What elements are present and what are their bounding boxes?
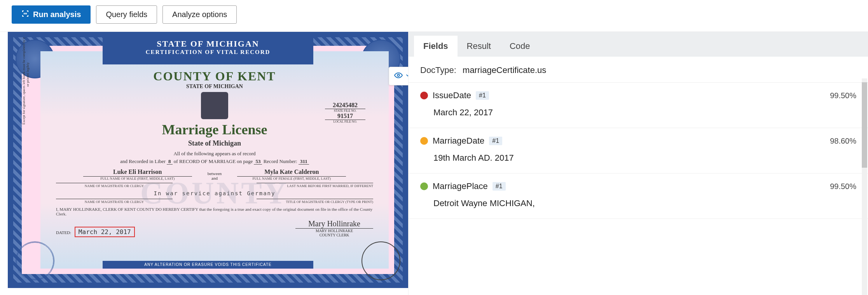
query-fields-button[interactable]: Query fields <box>96 5 157 24</box>
clerk-signature: Mary Hollinrake <box>295 219 373 229</box>
toolbar: Run analysis Query fields Analyze option… <box>0 0 868 32</box>
document-preview-pane: STATE OF MICHIGAN CERTIFICATION OF VITAL… <box>0 32 408 295</box>
side-text: Except for signature, spaces left blank … <box>22 32 30 125</box>
field-name: MarriagePlace <box>433 181 488 191</box>
main-area: STATE OF MICHIGAN CERTIFICATION OF VITAL… <box>0 32 868 295</box>
field-item[interactable]: MarriageDate#198.60%19th March AD. 2017 <box>409 128 868 174</box>
scrollbar[interactable] <box>862 78 867 295</box>
field-head: MarriageDate#198.60% <box>420 136 856 146</box>
doctype-row: DocType: marriageCertificate.us <box>409 57 868 83</box>
field-name: IssueDate <box>433 90 471 101</box>
dated-block: DATED: March 22, 2017 <box>56 227 135 237</box>
field-value: 19th March AD. 2017 <box>433 153 856 163</box>
scan-icon <box>21 10 29 19</box>
field-badge: #1 <box>476 91 489 100</box>
watermark: COUNTY <box>140 175 289 211</box>
field-badge: #1 <box>489 137 502 145</box>
document-image[interactable]: STATE OF MICHIGAN CERTIFICATION OF VITAL… <box>8 32 408 288</box>
field-badge: #1 <box>493 182 506 191</box>
local-file-label: LOCAL FILE NO. <box>325 120 365 123</box>
document-body: Except for signature, spaces left blank … <box>40 51 389 269</box>
state-seal-icon <box>201 92 228 119</box>
field-confidence: 99.50% <box>830 91 856 100</box>
field-item[interactable]: IssueDate#199.50%March 22, 2017 <box>409 83 868 128</box>
state-seal-bottom-icon <box>16 241 54 280</box>
tab-result[interactable]: Result <box>458 36 500 57</box>
doctype-value: marriageCertificate.us <box>463 65 546 75</box>
issue-date-highlight: March 22, 2017 <box>75 227 135 237</box>
analyze-options-label: Analyze options <box>172 10 227 19</box>
clerk-block: Mary Hollinrake MARY HOLLINRAKE COUNTY C… <box>295 219 373 237</box>
as-of-record: All of the following appears as of recor… <box>40 151 389 157</box>
run-analysis-button[interactable]: Run analysis <box>12 5 91 24</box>
state-small: STATE OF MICHIGAN <box>40 83 389 90</box>
clerk-title: COUNTY CLERK <box>320 233 349 237</box>
svg-point-0 <box>397 74 400 76</box>
document-title: Marriage License <box>40 121 389 138</box>
field-head: MarriagePlace#199.50% <box>420 181 856 191</box>
field-confidence: 98.60% <box>830 137 856 146</box>
tab-fields[interactable]: Fields <box>414 36 458 57</box>
record-no: 311 <box>299 158 309 165</box>
eye-icon <box>394 71 403 81</box>
file-numbers: 24245482 STATE FILE NO. 91517 LOCAL FILE… <box>325 102 365 123</box>
bottom-bar: ANY ALTERATION OR ERASURE VOIDS THIS CER… <box>103 261 313 269</box>
state-line: State of Michigan <box>40 139 389 148</box>
signature-row: DATED: March 22, 2017 Mary Hollinrake MA… <box>40 219 389 237</box>
field-name: MarriageDate <box>433 136 484 146</box>
state-file-label: STATE FILE NO. <box>325 109 365 113</box>
clerk-name: MARY HOLLINRAKE <box>316 229 353 233</box>
results-pane: Fields Result Code DocType: marriageCert… <box>408 32 868 295</box>
field-head: IssueDate#199.50% <box>420 90 856 101</box>
field-color-dot <box>420 182 428 190</box>
scrollbar-thumb[interactable] <box>862 82 867 168</box>
fields-list[interactable]: IssueDate#199.50%March 22, 2017MarriageD… <box>409 83 868 295</box>
liber-no: 8 <box>167 158 173 165</box>
field-confidence: 99.50% <box>830 182 856 191</box>
field-color-dot <box>420 92 428 99</box>
field-value: March 22, 2017 <box>433 108 856 118</box>
doctype-label: DocType: <box>420 65 456 75</box>
tabs-bar: Fields Result Code <box>409 32 868 57</box>
tab-code[interactable]: Code <box>500 36 540 57</box>
county-title: COUNTY OF KENT <box>40 69 389 83</box>
field-color-dot <box>420 137 428 145</box>
state-file-no: 24245482 <box>325 102 365 109</box>
analyze-options-button[interactable]: Analyze options <box>162 5 237 24</box>
field-item[interactable]: MarriagePlace#199.50%Detroit Wayne MICHI… <box>409 174 868 219</box>
doc-header-line1: STATE OF MICHIGAN <box>103 39 313 49</box>
local-file-no: 91517 <box>325 113 365 120</box>
court-seal-icon <box>362 241 400 280</box>
field-value: Detroit Wayne MICHIGAN, <box>433 198 856 208</box>
query-fields-label: Query fields <box>106 10 147 19</box>
page-no: 53 <box>254 158 262 165</box>
liber-line: and Recorded in Liber 8 of RECORD OF MAR… <box>40 158 389 165</box>
run-analysis-label: Run analysis <box>33 10 81 19</box>
